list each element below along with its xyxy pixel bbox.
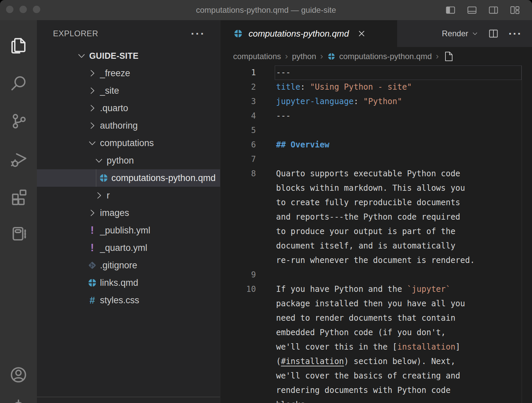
activitybar-item-search[interactable] [0,64,37,102]
breadcrumb-item-computations-python-qmd[interactable]: computations-python.qmd [327,52,432,61]
explorer-sidebar: EXPLORER ··· GUIDE-SITE_freeze_site.quar… [37,20,220,403]
tree-item-label: .quarto [100,103,128,114]
chev-right-icon [87,208,97,218]
tree-item--gitignore[interactable]: .gitignore [37,257,220,274]
line-number: 7 [220,152,256,167]
layout-controls [445,0,521,20]
line-number: 6 [220,138,256,152]
tree-item-label: r [107,190,110,201]
line-number: 4 [220,109,256,123]
tree-item-label: images [100,208,129,218]
line-number: 3 [220,94,256,109]
tree-item-links-qmd[interactable]: links.qmd [37,274,220,292]
tree-item-authoring[interactable]: authoring [37,117,220,134]
code-text: blocks. [276,398,310,403]
tab-computations-python[interactable]: computations-python.qmd [220,20,397,47]
code-text: need to render documents that contain [276,311,456,325]
quarto-icon [87,278,97,288]
breadcrumb-label: computations-python.qmd [339,52,432,61]
tree-item--quarto-yml[interactable]: !_quarto.yml [37,239,220,257]
debug-icon [9,149,28,168]
tree-item-images[interactable]: images [37,204,220,222]
activitybar-item-account[interactable] [0,359,37,391]
file-icon [443,51,456,62]
outline-label: OUTLINE [58,401,95,403]
extensions-icon [9,186,28,206]
tree-item--freeze[interactable]: _freeze [37,64,220,82]
code-text: ## Overview [276,138,329,152]
search-icon [9,74,28,93]
activitybar-item-source-control[interactable] [0,102,37,140]
line-number [220,398,256,403]
zoom-window-button[interactable] [33,6,40,13]
quarto-icon [99,173,109,183]
more-actions-button[interactable]: ··· [509,30,522,37]
outline-section-header[interactable]: OUTLINE [37,397,220,403]
line-number [220,210,256,224]
titlebar: computations-python.qmd — guide-site [0,0,532,20]
code-line-wrap: embedded Python code (if you don't, [220,325,532,340]
line-number [220,195,256,210]
breadcrumb-item-python[interactable]: python [292,52,316,61]
code-line-wrap: blocks. [220,398,532,403]
code-text: and reports---the Python code required [276,210,460,224]
tree-item-label: links.qmd [100,278,138,288]
activitybar-item-notebook[interactable] [0,215,37,253]
code-line-1: 1--- [220,65,532,80]
line-number [220,354,256,369]
activitybar-item-explorer[interactable] [0,27,37,64]
tree-item--quarto[interactable]: .quarto [37,99,220,117]
tree-item-r[interactable]: r [37,187,220,204]
chevron-down-icon [472,30,478,37]
layout-sidebar-left-icon[interactable] [445,4,456,16]
line-number: 9 [220,268,256,282]
breadcrumb-item-file[interactable] [443,51,456,62]
tab-bar: computations-python.qmd Render ··· [220,20,532,47]
tree-item-python[interactable]: python [37,152,220,169]
code-line-4: 4--- [220,109,532,123]
tree-item-label: .gitignore [100,260,137,271]
code-text: Quarto supports executable Python code [276,167,460,181]
tree-item-computations[interactable]: computations [37,134,220,152]
layout-sidebar-right-icon[interactable] [488,4,499,16]
tree-item-styles-css[interactable]: #styles.css [37,292,220,309]
code-line-wrap: we'll cover the basics of creating and [220,369,532,383]
tree-item--publish-yml[interactable]: !_publish.yml [37,222,220,239]
line-number [220,239,256,253]
code-text: --- [276,65,290,80]
line-number: 5 [220,123,256,138]
yaml-icon: ! [87,225,97,235]
render-button[interactable]: Render [442,29,478,38]
code-line-wrap: document itself, and is automatically [220,239,532,253]
layout-panel-bottom-icon[interactable] [466,4,478,16]
tree-item-label: styles.css [100,295,139,306]
gear-icon[interactable] [9,398,28,403]
tree-item-computations-python-qmd[interactable]: computations-python.qmd [37,169,220,187]
tree-item-label: computations-python.qmd [111,173,216,183]
layout-customize-icon[interactable] [509,4,521,16]
breadcrumb-label: computations [233,52,281,61]
line-number [220,369,256,383]
code-editor[interactable]: 1---2title: "Using Python - site"3jupyte… [220,65,532,403]
line-number [220,383,256,398]
tab-label: computations-python.qmd [249,29,349,39]
code-line-8: 8Quarto supports executable Python code [220,167,532,181]
code-text: rendering documents with Python code [276,383,450,398]
code-line-6: 6## Overview [220,138,532,152]
close-window-button[interactable] [6,6,13,13]
code-text: package installed then you have all you [276,297,465,311]
tree-item-guide-site[interactable]: GUIDE-SITE [37,47,220,64]
explorer-more-actions-button[interactable]: ··· [191,30,205,37]
breadcrumb-item-computations[interactable]: computations [233,52,281,61]
close-tab-icon[interactable] [357,29,366,38]
indent-guide [96,169,96,187]
tree-item--site[interactable]: _site [37,82,220,99]
tree-item-label: _quarto.yml [100,243,147,253]
activitybar-item-extensions[interactable] [0,177,37,215]
line-number: 8 [220,167,256,181]
minimize-window-button[interactable] [19,6,27,13]
activitybar-item-run-and-debug[interactable] [0,140,37,177]
split-editor-button[interactable] [488,28,499,39]
explorer-header: EXPLORER ··· [37,20,220,47]
line-number [220,340,256,354]
